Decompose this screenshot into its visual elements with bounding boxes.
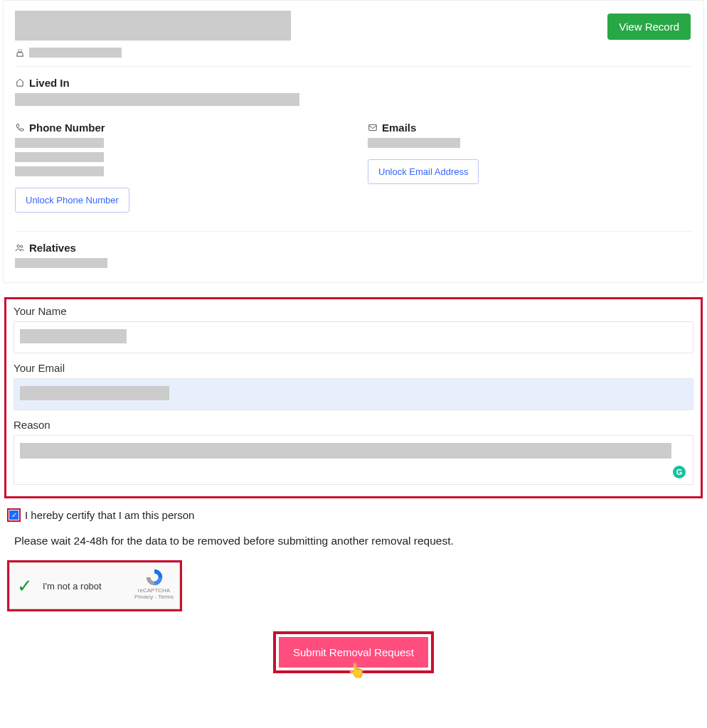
phone-placeholder-2 — [15, 152, 104, 162]
emails-heading: Emails — [368, 122, 692, 134]
captcha-legal-text: Privacy - Terms — [134, 594, 174, 600]
people-icon — [15, 243, 25, 253]
divider — [15, 66, 692, 67]
certify-checkbox-highlight: ✓ — [7, 508, 21, 522]
captcha-brand-text: reCAPTCHA — [134, 587, 174, 594]
submit-highlight-box: Submit Removal Request 👆 — [273, 631, 434, 673]
relative-placeholder — [15, 258, 107, 268]
record-name-placeholder — [15, 11, 291, 41]
captcha-highlight-box: ✓ I'm not a robot reCAPTCHA Privacy - Te… — [7, 560, 182, 611]
lived-in-placeholder — [15, 93, 299, 106]
captcha-label: I'm not a robot — [43, 581, 102, 592]
certify-checkbox[interactable]: ✓ — [9, 510, 18, 520]
divider — [15, 231, 692, 232]
emails-label: Emails — [382, 122, 416, 134]
emails-section: Emails Unlock Email Address — [368, 122, 692, 213]
captcha-check-icon: ✓ — [17, 577, 36, 595]
reason-label: Reason — [14, 419, 693, 431]
phone-section: Phone Number Unlock Phone Number — [15, 122, 339, 213]
email-value-placeholder — [20, 386, 169, 400]
cake-icon — [15, 48, 25, 58]
email-placeholder — [368, 138, 460, 148]
home-icon — [15, 78, 25, 88]
svg-point-1 — [17, 245, 20, 247]
recaptcha-logo-icon — [144, 567, 165, 587]
dob-placeholder — [29, 48, 122, 58]
phone-placeholder-1 — [15, 138, 104, 148]
removal-form: Your Name Your Email Reason G ✓ I hereby… — [4, 297, 703, 673]
view-record-button[interactable]: View Record — [607, 14, 691, 40]
certify-label: I hereby certify that I am this person — [25, 509, 194, 521]
relatives-heading: Relatives — [15, 242, 692, 254]
form-highlight-box: Your Name Your Email Reason G — [4, 297, 703, 498]
recaptcha-widget[interactable]: ✓ I'm not a robot reCAPTCHA Privacy - Te… — [9, 562, 180, 609]
unlock-phone-button[interactable]: Unlock Phone Number — [15, 188, 129, 213]
unlock-email-button[interactable]: Unlock Email Address — [368, 159, 479, 184]
submit-removal-button[interactable]: Submit Removal Request — [279, 637, 428, 668]
grammarly-icon[interactable]: G — [673, 466, 686, 478]
record-card: View Record Lived In Phone Number — [3, 0, 704, 283]
email-input[interactable] — [14, 378, 693, 410]
name-value-placeholder — [20, 329, 127, 343]
captcha-branding: reCAPTCHA Privacy - Terms — [134, 567, 174, 600]
mail-icon — [368, 123, 378, 133]
lived-in-heading: Lived In — [15, 77, 692, 89]
name-input[interactable] — [14, 321, 693, 353]
certify-row: ✓ I hereby certify that I am this person — [7, 508, 703, 522]
reason-textarea[interactable]: G — [14, 435, 693, 485]
phone-placeholder-3 — [15, 166, 104, 176]
lived-in-label: Lived In — [29, 77, 70, 89]
reason-value-placeholder — [20, 443, 671, 459]
phone-icon — [15, 123, 25, 133]
wait-instruction: Please wait 24-48h for the data to be re… — [14, 535, 703, 547]
email-label: Your Email — [14, 362, 693, 374]
phone-heading: Phone Number — [15, 122, 339, 134]
relatives-label: Relatives — [29, 242, 76, 254]
name-label: Your Name — [14, 305, 693, 317]
phone-label: Phone Number — [29, 122, 105, 134]
svg-point-2 — [21, 245, 23, 247]
svg-rect-0 — [369, 124, 377, 130]
